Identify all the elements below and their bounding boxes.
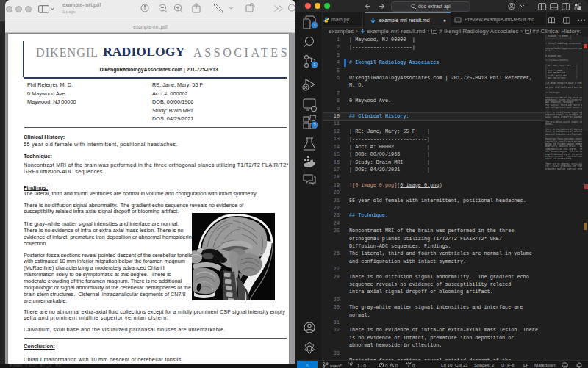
svg-text:main*: main* xyxy=(330,363,342,368)
svg-text:0: 0 xyxy=(412,363,415,368)
svg-text:1: 1 xyxy=(313,23,315,27)
svg-text:0: 0 xyxy=(395,363,398,368)
svg-text:0: 0 xyxy=(385,363,388,368)
svg-text:1: 1 xyxy=(313,62,315,67)
svg-text:2: 2 xyxy=(313,123,315,127)
svg-text:1↓ 0↑: 1↓ 0↑ xyxy=(357,363,368,368)
